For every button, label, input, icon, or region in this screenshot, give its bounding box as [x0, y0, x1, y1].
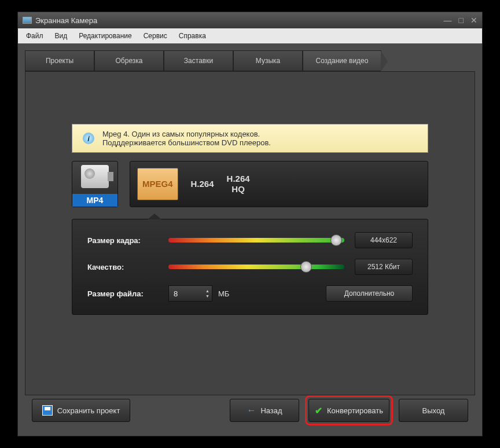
menubar: Файл Вид Редактирование Сервис Справка — [18, 28, 482, 43]
format-icon-mp4[interactable]: MP4 — [72, 161, 118, 207]
info-banner: i Mpeg 4. Один из самых популярных кодек… — [72, 124, 428, 153]
tab-intros[interactable]: Заставки — [164, 50, 233, 71]
minimize-button[interactable]: — — [444, 16, 452, 25]
save-project-button[interactable]: Сохранить проект — [32, 399, 130, 422]
tab-bar: Проекты Обрезка Заставки Музыка Создание… — [25, 50, 475, 71]
frame-size-slider[interactable] — [168, 238, 344, 243]
format-label: MP4 — [72, 194, 117, 207]
app-window: Экранная Камера — □ ✕ Файл Вид Редактиро… — [17, 12, 483, 436]
convert-button[interactable]: ✔ Конвертировать — [308, 399, 389, 422]
menu-file[interactable]: Файл — [21, 30, 48, 42]
tab-trim[interactable]: Обрезка — [94, 50, 164, 71]
camcorder-icon — [81, 165, 109, 188]
file-size-row: Размер файла: 8 ▲▼ МБ Дополнительно — [87, 285, 413, 302]
exit-button[interactable]: Выход — [399, 399, 468, 422]
window-controls: — □ ✕ — [444, 16, 477, 25]
menu-view[interactable]: Вид — [50, 30, 72, 42]
quality-label: Качество: — [87, 263, 168, 271]
info-text: Mpeg 4. Один из самых популярных кодеков… — [102, 130, 271, 147]
codec-mpeg4[interactable]: MPEG4 — [137, 168, 178, 200]
quality-thumb[interactable] — [300, 261, 312, 273]
tab-projects[interactable]: Проекты — [25, 50, 94, 71]
save-icon — [42, 405, 53, 416]
quality-row: Качество: 2512 Кбит — [87, 259, 413, 275]
close-button[interactable]: ✕ — [470, 16, 477, 25]
advanced-button[interactable]: Дополнительно — [326, 285, 413, 302]
footer-bar: Сохранить проект ← Назад ✔ Конвертироват… — [25, 395, 475, 425]
window-title: Экранная Камера — [35, 16, 97, 25]
tab-music[interactable]: Музыка — [233, 50, 303, 71]
file-size-unit: МБ — [218, 289, 229, 298]
content-area: Проекты Обрезка Заставки Музыка Создание… — [18, 43, 482, 432]
frame-size-value: 444x622 — [355, 232, 413, 248]
spinner-arrows[interactable]: ▲▼ — [205, 289, 209, 298]
main-panel: i Mpeg 4. Один из самых популярных кодек… — [25, 71, 475, 395]
frame-size-label: Размер кадра: — [87, 236, 168, 245]
app-icon — [23, 17, 32, 24]
frame-size-row: Размер кадра: 444x622 — [87, 232, 413, 248]
quality-slider[interactable] — [168, 265, 344, 269]
file-size-spinner[interactable]: 8 ▲▼ — [168, 285, 212, 302]
convert-highlight: ✔ Конвертировать — [305, 395, 393, 425]
arrow-back-icon: ← — [247, 405, 256, 416]
back-button[interactable]: ← Назад — [230, 399, 299, 422]
menu-service[interactable]: Сервис — [139, 30, 172, 42]
codec-selector: MPEG4 H.264 H.264HQ — [130, 161, 428, 207]
settings-box: Размер кадра: 444x622 Качество: 2512 Кби… — [72, 219, 428, 315]
info-icon: i — [83, 133, 94, 144]
codec-h264[interactable]: H.264 — [191, 179, 214, 189]
frame-size-thumb[interactable] — [330, 234, 342, 246]
quality-value: 2512 Кбит — [355, 259, 413, 275]
format-row: MP4 MPEG4 H.264 H.264HQ — [72, 161, 428, 207]
file-size-label: Размер файла: — [87, 289, 168, 298]
titlebar: Экранная Камера — □ ✕ — [18, 12, 482, 28]
tab-create-video[interactable]: Создание видео — [303, 50, 381, 71]
menu-help[interactable]: Справка — [174, 30, 211, 42]
check-icon: ✔ — [315, 405, 322, 416]
menu-edit[interactable]: Редактирование — [74, 30, 136, 42]
codec-h264-hq[interactable]: H.264HQ — [227, 174, 250, 194]
maximize-button[interactable]: □ — [459, 16, 464, 25]
